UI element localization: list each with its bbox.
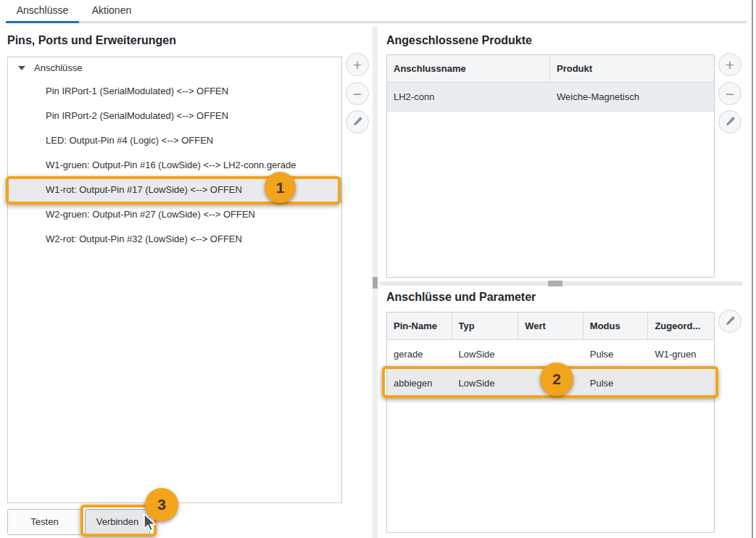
verbinden-button-label: Verbinden <box>96 516 139 527</box>
params-table: Pin-Name Typ Wert Modus Zugeord... gerad… <box>386 312 715 533</box>
pencil-icon <box>352 115 363 130</box>
cell-wert <box>518 340 583 368</box>
minus-icon: − <box>353 86 362 102</box>
caret-down-icon <box>18 66 25 70</box>
tree-root-anschluesse[interactable]: Anschlüsse <box>8 57 341 79</box>
plus-icon: + <box>726 57 734 73</box>
add-product-button[interactable]: + <box>718 53 742 76</box>
cell-anschlussname: LH2-conn <box>387 83 550 111</box>
tab-aktionen[interactable]: Aktionen <box>79 0 144 23</box>
cell-zugeordnet: W1-gruen <box>648 340 714 368</box>
tree-item-w2-gruen[interactable]: W2-gruen: Output-Pin #27 (LowSide) <--> … <box>8 202 341 227</box>
params-table-header: Pin-Name Typ Wert Modus Zugeord... <box>387 313 714 340</box>
params-row-gerade[interactable]: gerade LowSide Pulse W1-gruen <box>387 340 714 369</box>
col-typ: Typ <box>452 313 519 339</box>
window-right-edge <box>752 0 753 538</box>
cell-typ: LowSide <box>452 340 519 368</box>
col-produkt: Produkt <box>550 55 714 82</box>
left-panel-title: Pins, Ports und Erweiterungen <box>7 34 176 47</box>
products-table-header: Anschlussname Produkt <box>387 55 714 83</box>
tree-item-irport1[interactable]: Pin IRPort-1 (SerialModulated) <--> OFFE… <box>8 79 341 104</box>
edit-pin-button[interactable] <box>346 110 369 133</box>
products-table: Anschlussname Produkt LH2-conn Weiche-Ma… <box>386 54 715 278</box>
verbinden-button[interactable]: Verbinden <box>85 509 150 535</box>
edit-product-button[interactable] <box>718 110 742 133</box>
tab-bar: Anschlüsse Aktionen <box>6 0 747 23</box>
params-panel-title: Anschlüsse und Parameter <box>386 291 536 304</box>
add-pin-button[interactable]: + <box>346 53 369 76</box>
tree-item-led[interactable]: LED: Output-Pin #4 (Logic) <--> OFFEN <box>8 128 341 153</box>
params-row-abbiegen-selected[interactable]: abbiegen LowSide Pulse <box>387 369 714 398</box>
tree-item-w1-gruen[interactable]: W1-gruen: Output-Pin #16 (LowSide) <--> … <box>8 153 341 178</box>
cell-produkt: Weiche-Magnetisch <box>550 83 714 111</box>
cell-pin-name: gerade <box>387 340 452 368</box>
cell-typ: LowSide <box>452 369 519 397</box>
testen-button-label: Testen <box>30 516 58 527</box>
pins-tree: Anschlüsse Pin IRPort-1 (SerialModulated… <box>7 57 342 503</box>
minus-icon: − <box>726 86 734 102</box>
remove-pin-button[interactable]: − <box>346 82 369 105</box>
remove-product-button[interactable]: − <box>718 82 742 105</box>
testen-button[interactable]: Testen <box>7 509 82 535</box>
col-zugeordnet: Zugeord... <box>648 313 714 339</box>
products-panel-title: Angeschlossene Produkte <box>386 34 532 47</box>
cell-wert <box>518 369 583 397</box>
cell-modus: Pulse <box>583 340 649 368</box>
col-pin-name: Pin-Name <box>387 313 452 339</box>
tree-item-w1-rot-selected[interactable]: W1-rot: Output-Pin #17 (LowSide) <--> OF… <box>8 178 341 202</box>
pencil-icon <box>724 115 736 130</box>
tab-aktionen-label: Aktionen <box>92 4 131 16</box>
tab-anschluesse-label: Anschlüsse <box>17 4 69 16</box>
vertical-splitter-handle[interactable] <box>373 277 378 289</box>
products-row-lh2conn[interactable]: LH2-conn Weiche-Magnetisch <box>387 83 714 112</box>
active-tab-underline <box>6 21 79 23</box>
col-anschlussname: Anschlussname <box>387 55 550 82</box>
pencil-icon <box>724 314 736 329</box>
col-modus: Modus <box>583 313 649 339</box>
edit-parameter-button[interactable] <box>718 310 742 333</box>
plus-icon: + <box>353 57 362 73</box>
tab-anschluesse[interactable]: Anschlüsse <box>6 0 79 23</box>
cell-modus: Pulse <box>583 369 649 397</box>
col-wert: Wert <box>518 313 583 339</box>
cell-pin-name: abbiegen <box>387 369 452 397</box>
tree-item-w2-rot[interactable]: W2-rot: Output-Pin #32 (LowSide) <--> OF… <box>8 227 341 252</box>
cell-zugeordnet <box>648 369 714 397</box>
horizontal-splitter-handle[interactable] <box>548 281 562 286</box>
tree-item-irport2[interactable]: Pin IRPort-2 (SerialModulated) <--> OFFE… <box>8 104 341 128</box>
tree-root-label: Anschlüsse <box>34 62 82 73</box>
